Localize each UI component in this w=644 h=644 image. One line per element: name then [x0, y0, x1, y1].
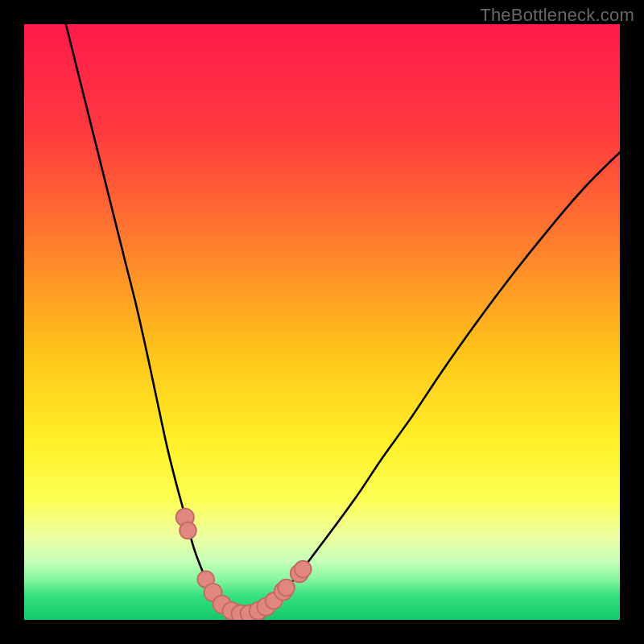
plot-area — [24, 24, 620, 620]
data-point — [180, 522, 196, 539]
data-point — [278, 580, 295, 597]
curve-layer — [24, 24, 620, 620]
chart-frame: TheBottleneck.com — [0, 0, 644, 644]
data-point — [295, 561, 312, 578]
bottleneck-curve — [66, 24, 620, 614]
data-point-markers — [176, 509, 312, 620]
watermark-text: TheBottleneck.com — [480, 5, 634, 26]
